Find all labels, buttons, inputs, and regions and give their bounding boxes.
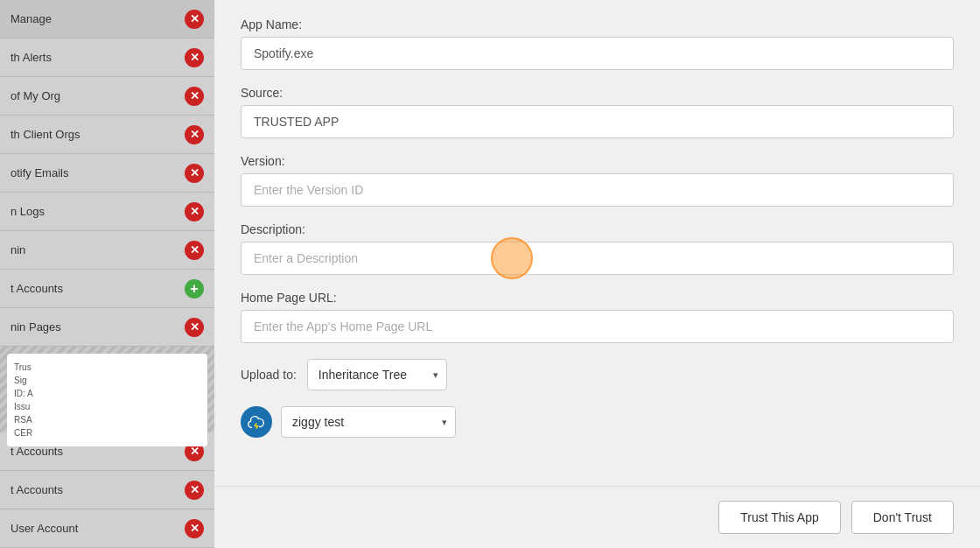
x-icon: ✕	[185, 241, 204, 260]
sidebar-item-admin[interactable]: nin ✕	[0, 231, 214, 270]
source-label: Source:	[241, 86, 954, 100]
upload-to-select[interactable]: Inheritance Tree Other	[307, 359, 447, 390]
x-icon: ✕	[185, 164, 204, 183]
info-line: CER	[14, 426, 200, 439]
sidebar-item-label: t Accounts	[10, 282, 63, 295]
sidebar-item-label: User Account	[10, 522, 78, 535]
sidebar-item-manage[interactable]: Manage ✕	[0, 0, 214, 39]
info-line: Trus	[14, 361, 200, 374]
sidebar-item-logs[interactable]: n Logs ✕	[0, 193, 214, 231]
upload-to-select-wrapper: Inheritance Tree Other ▾	[307, 359, 447, 390]
sidebar-item-alerts[interactable]: th Alerts ✕	[0, 39, 214, 77]
main-content: App Name: Source: Version: Description: …	[214, 0, 980, 548]
sidebar-item-label: t Accounts	[10, 483, 63, 496]
version-label: Version:	[241, 154, 954, 168]
x-icon: ✕	[185, 87, 204, 106]
sidebar-item-label: of My Org	[10, 89, 60, 102]
info-line: Issu	[14, 400, 200, 413]
home-page-url-label: Home Page URL:	[241, 291, 954, 305]
info-line: ID: A	[14, 387, 200, 400]
x-icon: ✕	[185, 318, 204, 337]
x-icon: ✕	[185, 10, 204, 29]
sidebar-item-my-org[interactable]: of My Org ✕	[0, 77, 214, 116]
x-icon: ✕	[185, 202, 204, 221]
account-icon	[241, 406, 272, 438]
account-select-wrapper: ziggy test ▾	[281, 406, 456, 438]
version-group: Version:	[241, 154, 954, 207]
upload-to-label: Upload to:	[241, 368, 297, 382]
upload-to-row: Upload to: Inheritance Tree Other ▾	[241, 359, 954, 390]
sidebar-item-label: nin	[10, 243, 25, 256]
description-label: Description:	[241, 222, 954, 236]
sidebar-item-notify-emails[interactable]: otify Emails ✕	[0, 154, 214, 193]
source-group: Source:	[241, 86, 954, 138]
dont-trust-button[interactable]: Don't Trust	[851, 501, 954, 534]
app-name-group: App Name:	[241, 18, 954, 70]
sidebar-item-label: Manage	[10, 12, 52, 25]
sidebar-item-accounts-3[interactable]: t Accounts ✕	[0, 471, 214, 509]
info-line: Sig	[14, 374, 200, 387]
form-container: App Name: Source: Version: Description: …	[214, 0, 980, 486]
sidebar-item-accounts-1[interactable]: t Accounts +	[0, 270, 214, 308]
sidebar-item-admin-pages[interactable]: nin Pages ✕	[0, 308, 214, 347]
plus-icon: +	[185, 279, 204, 299]
account-select[interactable]: ziggy test	[281, 406, 456, 438]
description-group: Description:	[241, 222, 954, 275]
version-input[interactable]	[241, 173, 954, 207]
trust-this-app-button[interactable]: Trust This App	[718, 501, 840, 534]
sidebar-item-label: th Alerts	[10, 51, 52, 64]
sidebar: Manage ✕ th Alerts ✕ of My Org ✕ th Clie…	[0, 0, 214, 548]
source-input[interactable]	[241, 105, 954, 138]
hatch-divider: Trus Sig ID: A Issu RSA CER	[0, 347, 214, 432]
sidebar-item-label: n Logs	[10, 205, 45, 218]
account-select-row: ziggy test ▾	[241, 406, 954, 438]
x-icon: ✕	[185, 125, 204, 144]
x-icon: ✕	[185, 519, 204, 538]
cloud-icon	[247, 412, 266, 432]
x-icon: ✕	[185, 481, 204, 500]
app-name-label: App Name:	[241, 18, 954, 32]
sidebar-item-label: nin Pages	[10, 320, 61, 334]
sidebar-item-client-orgs[interactable]: th Client Orgs ✕	[0, 116, 214, 154]
form-footer: Trust This App Don't Trust	[214, 486, 980, 548]
x-icon: ✕	[185, 48, 204, 67]
home-page-url-group: Home Page URL:	[241, 291, 954, 343]
sidebar-item-label: otify Emails	[10, 166, 68, 179]
sidebar-item-user-account[interactable]: User Account ✕	[0, 509, 214, 548]
info-card: Trus Sig ID: A Issu RSA CER	[7, 354, 207, 446]
app-name-input[interactable]	[241, 37, 954, 70]
home-page-url-input[interactable]	[241, 310, 954, 343]
info-line: RSA	[14, 413, 200, 426]
sidebar-item-label: t Accounts	[10, 445, 63, 458]
description-input[interactable]	[241, 242, 954, 275]
sidebar-item-label: th Client Orgs	[10, 128, 80, 141]
